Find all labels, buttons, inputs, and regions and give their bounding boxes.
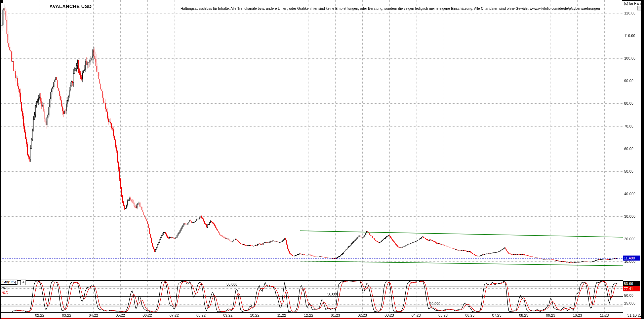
- sto-level-label: 80.000: [227, 282, 237, 286]
- month-label: 05.23: [438, 313, 448, 318]
- d-line-label: %D: [2, 291, 8, 295]
- month-label: 10.23: [573, 313, 582, 318]
- price-tick-label: 30.000: [624, 214, 636, 218]
- taipan-chart-window: AVALANCHE USD Haftungsausschluss für Inh…: [0, 0, 644, 319]
- month-label: 08.22: [196, 313, 206, 318]
- copyright-label: (c)Tai-Pan: [624, 1, 641, 6]
- month-label: 11.22: [277, 313, 286, 318]
- price-tick-label: 80.00: [624, 101, 634, 106]
- month-label: 03.22: [62, 313, 71, 318]
- top-right-border: [622, 0, 644, 1]
- sto-level-label: 50.000: [327, 292, 338, 296]
- sto-level-label: 20.000: [430, 302, 440, 306]
- sto-tick-label: 25.000: [624, 301, 636, 306]
- month-label: 06.22: [143, 313, 152, 318]
- month-label: 07.22: [169, 313, 179, 318]
- price-tick-label: 60.00: [624, 146, 634, 151]
- month-label: 01.23: [331, 313, 340, 318]
- left-border: [0, 0, 1, 319]
- month-label: 09.22: [223, 313, 233, 318]
- month-label: 06.23: [465, 313, 475, 318]
- price-tick-label: 100.00: [624, 56, 636, 61]
- price-tick-label: 120.00: [624, 11, 636, 15]
- month-label: 04.23: [411, 313, 421, 318]
- month-label: 11.23: [600, 313, 609, 318]
- month-label: 04.22: [89, 313, 98, 318]
- d-value-badge: 77.41: [623, 286, 640, 291]
- time-axis-end-date: 31.10.23: [628, 313, 642, 318]
- price-tick-label: 70.00: [624, 124, 634, 128]
- price-tick-label: 40.000: [624, 191, 636, 196]
- disclaimer-text: Haftungsausschluss für Inhalte: Alle Tre…: [180, 6, 600, 11]
- month-label: 02.23: [358, 313, 367, 318]
- month-label: 02.22: [35, 313, 44, 318]
- month-label: 12.22: [304, 313, 313, 318]
- chart-title: AVALANCHE USD: [49, 4, 92, 9]
- price-tick-label: 90.00: [624, 79, 634, 83]
- stochastic-legend: Sto(9/5): [1, 280, 17, 285]
- month-label: 09.23: [546, 313, 555, 318]
- price-chart-canvas[interactable]: [0, 0, 644, 319]
- month-label: 05.22: [116, 313, 125, 318]
- right-edge-bar[interactable]: [641, 0, 644, 319]
- k-line-label: %K: [2, 286, 8, 290]
- price-tick-label: 50.00: [624, 169, 634, 173]
- month-label: 10.22: [250, 313, 259, 318]
- sto-tick-label: 50.00: [624, 293, 634, 298]
- month-label: 03.23: [385, 313, 394, 318]
- last-price-badge: 11.480: [623, 256, 640, 261]
- price-tick-label: 110.00: [624, 34, 635, 38]
- month-label: 08.23: [519, 313, 528, 318]
- plus-icon[interactable]: +: [21, 280, 26, 285]
- time-axis-dash: -: [619, 313, 621, 318]
- price-tick-label: 20.000: [624, 237, 636, 241]
- k-value-badge: 83.69: [623, 281, 640, 286]
- month-label: 07.23: [492, 313, 501, 318]
